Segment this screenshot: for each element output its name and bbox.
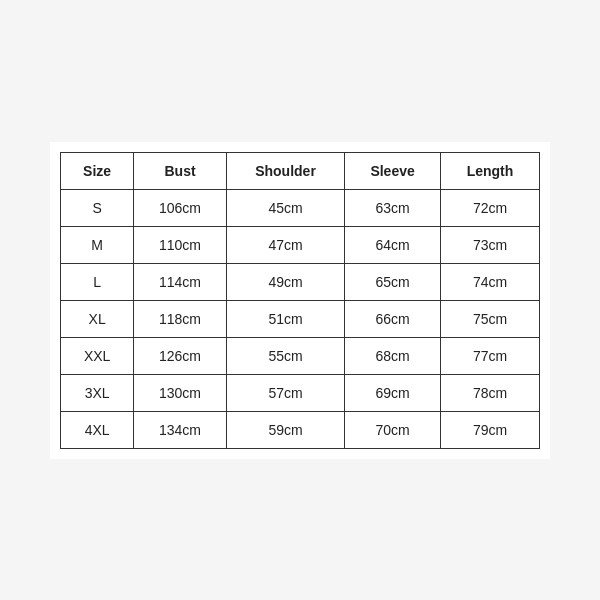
table-cell: XL bbox=[61, 300, 134, 337]
table-cell: 78cm bbox=[441, 374, 540, 411]
table-cell: 79cm bbox=[441, 411, 540, 448]
table-cell: 114cm bbox=[134, 263, 227, 300]
table-cell: 65cm bbox=[345, 263, 441, 300]
table-cell: 74cm bbox=[441, 263, 540, 300]
table-cell: 57cm bbox=[226, 374, 344, 411]
table-row: 3XL130cm57cm69cm78cm bbox=[61, 374, 540, 411]
table-row: XXL126cm55cm68cm77cm bbox=[61, 337, 540, 374]
table-cell: M bbox=[61, 226, 134, 263]
size-chart-container: SizeBustShoulderSleeveLength S106cm45cm6… bbox=[50, 142, 550, 459]
table-cell: 45cm bbox=[226, 189, 344, 226]
table-cell: S bbox=[61, 189, 134, 226]
table-row: S106cm45cm63cm72cm bbox=[61, 189, 540, 226]
header-cell-size: Size bbox=[61, 152, 134, 189]
table-cell: 126cm bbox=[134, 337, 227, 374]
table-cell: 59cm bbox=[226, 411, 344, 448]
size-chart-table: SizeBustShoulderSleeveLength S106cm45cm6… bbox=[60, 152, 540, 449]
header-cell-sleeve: Sleeve bbox=[345, 152, 441, 189]
table-cell: 51cm bbox=[226, 300, 344, 337]
table-cell: 130cm bbox=[134, 374, 227, 411]
header-row: SizeBustShoulderSleeveLength bbox=[61, 152, 540, 189]
table-cell: L bbox=[61, 263, 134, 300]
table-cell: 55cm bbox=[226, 337, 344, 374]
header-cell-bust: Bust bbox=[134, 152, 227, 189]
table-row: M110cm47cm64cm73cm bbox=[61, 226, 540, 263]
table-cell: 64cm bbox=[345, 226, 441, 263]
table-row: L114cm49cm65cm74cm bbox=[61, 263, 540, 300]
table-cell: 73cm bbox=[441, 226, 540, 263]
table-cell: 63cm bbox=[345, 189, 441, 226]
table-cell: 68cm bbox=[345, 337, 441, 374]
table-cell: 47cm bbox=[226, 226, 344, 263]
table-cell: 3XL bbox=[61, 374, 134, 411]
table-cell: 72cm bbox=[441, 189, 540, 226]
table-cell: 106cm bbox=[134, 189, 227, 226]
table-cell: 49cm bbox=[226, 263, 344, 300]
header-cell-shoulder: Shoulder bbox=[226, 152, 344, 189]
header-cell-length: Length bbox=[441, 152, 540, 189]
table-cell: 77cm bbox=[441, 337, 540, 374]
table-row: XL118cm51cm66cm75cm bbox=[61, 300, 540, 337]
table-row: 4XL134cm59cm70cm79cm bbox=[61, 411, 540, 448]
table-cell: 118cm bbox=[134, 300, 227, 337]
table-cell: 66cm bbox=[345, 300, 441, 337]
table-cell: 110cm bbox=[134, 226, 227, 263]
table-cell: 70cm bbox=[345, 411, 441, 448]
table-cell: 4XL bbox=[61, 411, 134, 448]
table-cell: 134cm bbox=[134, 411, 227, 448]
table-cell: 75cm bbox=[441, 300, 540, 337]
table-header: SizeBustShoulderSleeveLength bbox=[61, 152, 540, 189]
table-cell: 69cm bbox=[345, 374, 441, 411]
table-cell: XXL bbox=[61, 337, 134, 374]
table-body: S106cm45cm63cm72cmM110cm47cm64cm73cmL114… bbox=[61, 189, 540, 448]
